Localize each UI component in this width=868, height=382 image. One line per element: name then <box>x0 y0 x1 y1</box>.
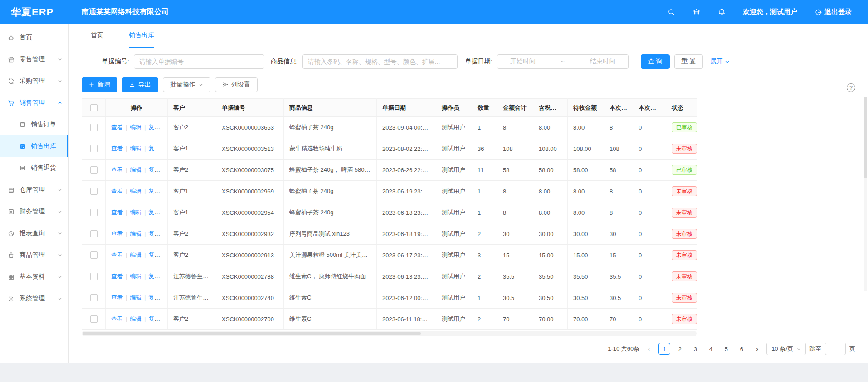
copy-link[interactable]: 复制 <box>148 209 160 216</box>
view-link[interactable]: 查看 <box>111 166 123 173</box>
edit-link[interactable]: 编辑 <box>130 251 141 258</box>
export-button[interactable]: 导出 <box>122 77 158 92</box>
bill-no-cell: XSCK00000003075 <box>216 160 284 181</box>
copy-link[interactable]: 复制 <box>148 251 160 258</box>
product-info-label: 商品信息: <box>271 58 298 66</box>
bill-no-input[interactable] <box>134 54 264 69</box>
sidebar-item-sales-order[interactable]: 销售订单 <box>0 114 68 135</box>
edit-link[interactable]: 编辑 <box>130 273 141 280</box>
sidebar-item-sales[interactable]: 销售管理 <box>0 92 68 114</box>
page-button-3[interactable]: 3 <box>689 343 701 355</box>
app-logo[interactable]: 华夏ERP <box>0 5 69 19</box>
amount-cell: 30.5 <box>497 287 533 309</box>
view-link[interactable]: 查看 <box>111 188 123 194</box>
copy-link[interactable]: 复制 <box>148 273 160 280</box>
copy-link[interactable]: 复制 <box>148 294 160 301</box>
sidebar-item-products[interactable]: 商品管理 <box>0 244 68 266</box>
operator-cell: 测试用户 <box>436 181 472 202</box>
operator-cell: 测试用户 <box>436 287 472 309</box>
date-range-input[interactable]: 开始时间 ~ 结束时间 <box>497 54 629 69</box>
select-all-checkbox[interactable] <box>90 104 98 111</box>
tab-home[interactable]: 首页 <box>91 24 103 48</box>
page-button-2[interactable]: 2 <box>674 343 686 355</box>
horizontal-scrollbar[interactable] <box>82 331 697 336</box>
edit-link[interactable]: 编辑 <box>130 145 141 152</box>
view-link[interactable]: 查看 <box>111 145 123 152</box>
row-checkbox[interactable] <box>90 166 98 174</box>
customer-cell: 江苏德鲁生物科... <box>168 266 216 287</box>
edit-link[interactable]: 编辑 <box>130 230 141 237</box>
edit-link[interactable]: 编辑 <box>130 166 141 173</box>
finance-book-icon <box>8 208 15 215</box>
sidebar-item-sales-return[interactable]: 销售退货 <box>0 157 68 179</box>
row-checkbox[interactable] <box>90 315 98 323</box>
reset-button[interactable]: 重 置 <box>674 54 703 69</box>
page-button-1[interactable]: 1 <box>658 343 670 355</box>
view-link[interactable]: 查看 <box>111 251 123 258</box>
receivable-cell: 58.00 <box>568 160 604 181</box>
sidebar-item-basic-data[interactable]: 基本资料 <box>0 266 68 288</box>
status-badge: 未审核 <box>672 293 697 303</box>
page-button-4[interactable]: 4 <box>705 343 717 355</box>
help-icon[interactable]: ? <box>847 83 855 92</box>
row-checkbox[interactable] <box>90 273 98 280</box>
sidebar-item-finance[interactable]: 财务管理 <box>0 201 68 222</box>
edit-link[interactable]: 编辑 <box>130 188 141 194</box>
view-link[interactable]: 查看 <box>111 294 123 301</box>
batch-actions-button[interactable]: 批量操作 <box>163 77 210 92</box>
row-checkbox[interactable] <box>90 124 98 131</box>
date-cell: 2023-06-11 18:38:49 <box>377 309 436 330</box>
qty-cell: 3 <box>472 245 497 266</box>
operator-cell: 测试用户 <box>436 245 472 266</box>
copy-link[interactable]: 复制 <box>148 230 160 237</box>
vertical-scrollbar[interactable] <box>864 97 867 291</box>
view-link[interactable]: 查看 <box>111 315 123 322</box>
page-size-select[interactable]: 10 条/页 <box>766 343 806 355</box>
row-checkbox[interactable] <box>90 294 98 301</box>
sidebar-item-home[interactable]: 首页 <box>0 27 68 48</box>
jump-page-input[interactable] <box>825 343 846 355</box>
copy-link[interactable]: 复制 <box>148 315 160 322</box>
edit-link[interactable]: 编辑 <box>130 294 141 301</box>
edit-link[interactable]: 编辑 <box>130 209 141 216</box>
row-checkbox[interactable] <box>90 251 98 259</box>
product-info-input[interactable] <box>302 54 458 69</box>
prev-page-button[interactable]: ‹ <box>643 343 655 355</box>
qty-cell: 2 <box>472 223 497 245</box>
add-button[interactable]: 新增 <box>82 77 117 92</box>
row-checkbox[interactable] <box>90 145 98 152</box>
view-link[interactable]: 查看 <box>111 273 123 280</box>
copy-link[interactable]: 复制 <box>148 188 160 194</box>
edit-link[interactable]: 编辑 <box>130 315 141 322</box>
search-button[interactable]: 查 询 <box>641 54 670 69</box>
sidebar-item-warehouse[interactable]: 仓库管理 <box>0 179 68 201</box>
notification-bell-icon[interactable] <box>718 8 726 16</box>
view-link[interactable]: 查看 <box>111 124 123 131</box>
row-checkbox[interactable] <box>90 209 98 216</box>
row-checkbox[interactable] <box>90 188 98 195</box>
platform-bank-icon[interactable] <box>692 8 701 16</box>
sidebar-item-retail[interactable]: 零售管理 <box>0 48 68 70</box>
page-button-5[interactable]: 5 <box>720 343 732 355</box>
copy-link[interactable]: 复制 <box>148 145 160 152</box>
edit-link[interactable]: 编辑 <box>130 124 141 131</box>
sidebar-item-purchase[interactable]: 采购管理 <box>0 70 68 92</box>
sidebar-item-reports[interactable]: 报表查询 <box>0 222 68 244</box>
sidebar-item-sales-outbound[interactable]: 销售出库 <box>0 135 68 157</box>
view-link[interactable]: 查看 <box>111 209 123 216</box>
tab-sales-outbound[interactable]: 销售出库 <box>129 24 154 48</box>
page-button-6[interactable]: 6 <box>736 343 747 355</box>
view-link[interactable]: 查看 <box>111 230 123 237</box>
sidebar-item-system[interactable]: 系统管理 <box>0 288 68 309</box>
report-pie-icon <box>8 230 15 237</box>
copy-link[interactable]: 复制 <box>148 124 160 131</box>
row-checkbox[interactable] <box>90 230 98 237</box>
copy-link[interactable]: 复制 <box>148 166 160 173</box>
next-page-button[interactable]: › <box>751 343 763 355</box>
column-settings-button[interactable]: 列设置 <box>215 77 258 92</box>
scrollbar-thumb[interactable] <box>83 332 421 335</box>
scrollbar-thumb[interactable] <box>864 97 867 178</box>
expand-link[interactable]: 展开 <box>710 58 730 66</box>
search-icon[interactable] <box>668 8 675 16</box>
logout-button[interactable]: 退出登录 <box>814 8 852 16</box>
